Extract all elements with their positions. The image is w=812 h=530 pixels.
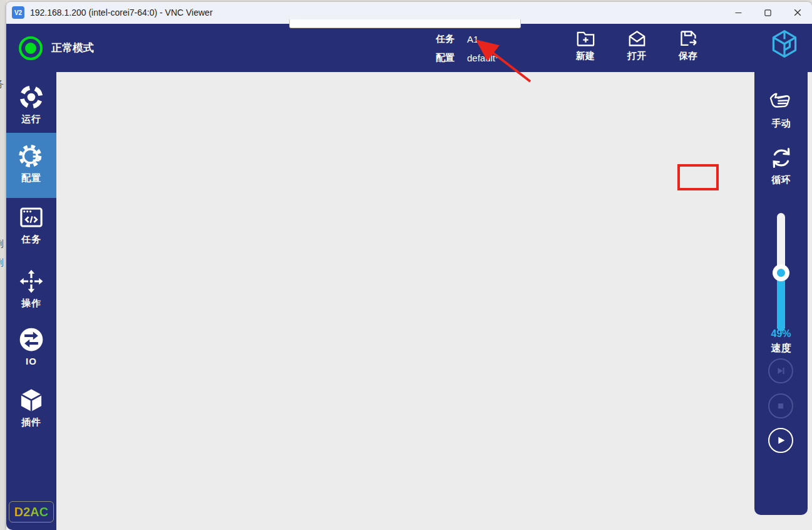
speed-slider-knob[interactable]: [773, 264, 789, 281]
window-controls: [724, 2, 812, 24]
sidebar-item-label: 配置: [21, 172, 41, 184]
transport-skip-button[interactable]: [768, 358, 793, 383]
sidebar-item-label: 插件: [21, 417, 41, 429]
mode-label: 正常模式: [51, 24, 94, 72]
cube-icon: [18, 387, 44, 413]
screen: 务例例 V2 192.168.1.200 (intel-corei7-64:0)…: [0, 0, 812, 530]
code-window-icon: [18, 204, 44, 231]
speed-percent: 49%: [754, 328, 808, 340]
header-open-button[interactable]: 打开: [615, 28, 659, 62]
background-window-text-fragment: 务: [0, 78, 4, 90]
speed-slider-fill: [777, 273, 785, 331]
header-new-button[interactable]: 新建: [563, 28, 607, 62]
header-button-label: 新建: [576, 50, 595, 62]
sidebar-item-label: 任务: [21, 234, 41, 246]
window-minimize-button[interactable]: [724, 2, 753, 24]
loop-label: 循环: [754, 174, 808, 186]
sidebar-item-operate[interactable]: 操作: [6, 268, 56, 309]
sidebar-item-config[interactable]: 配置: [6, 133, 56, 198]
vnc-window: V2 192.168.1.200 (intel-corei7-64:0) - V…: [6, 2, 812, 530]
sidebar-item-io[interactable]: IO: [6, 326, 56, 366]
header-save-button[interactable]: 保存: [666, 28, 710, 62]
task-value: A1: [467, 34, 478, 44]
sidebar-item-run[interactable]: 运行: [6, 84, 56, 125]
window-title: 192.168.1.200 (intel-corei7-64:0) - VNC …: [30, 2, 213, 24]
task-label: 任务: [436, 33, 460, 45]
gear-icon: [18, 143, 44, 169]
config-value: default*: [467, 53, 499, 63]
sidebar-item-label: 运行: [21, 113, 41, 125]
sidebar-item-task[interactable]: 任务: [6, 204, 56, 246]
sidebar-item-plugin[interactable]: 插件: [6, 387, 56, 429]
hand-icon[interactable]: [754, 89, 808, 114]
maximize-icon: [764, 8, 771, 19]
cycle-icon[interactable]: [754, 145, 808, 170]
header-button-label: 打开: [627, 50, 646, 62]
move-arrows-icon: [18, 268, 44, 294]
app-header: 正常模式 任务 A1 配置 default* 新建打开保存: [6, 24, 812, 72]
minimize-icon: [735, 8, 742, 19]
background-window-text-fragment: 例: [0, 257, 4, 269]
background-window-fragment: 务例例: [0, 0, 6, 530]
header-button-label: 保存: [679, 50, 697, 62]
open-file-icon: [627, 28, 647, 49]
speed-label: 速度: [754, 342, 808, 355]
run-target-icon: [18, 84, 44, 110]
sidebar-item-label: IO: [26, 356, 37, 366]
right-sidebar: 手动 循环 49% 速度: [754, 70, 808, 515]
transport-play-button[interactable]: [768, 428, 793, 453]
d2ac-badge[interactable]: D2AC: [9, 501, 54, 522]
close-icon: [794, 8, 801, 19]
io-swap-icon: [18, 326, 44, 353]
mode-indicator-icon: [19, 36, 43, 60]
left-sidebar: 运行配置任务操作IO插件 D2AC: [6, 70, 56, 530]
background-window-text-fragment: 例: [0, 238, 4, 250]
window-close-button[interactable]: [783, 2, 812, 24]
vnc-app-icon: V2: [12, 6, 24, 19]
new-file-icon: [575, 28, 596, 49]
header-actions: 新建打开保存: [563, 28, 710, 62]
sidebar-item-label: 操作: [21, 298, 41, 309]
vnc-toolbar-tab[interactable]: [289, 19, 521, 28]
manual-label: 手动: [754, 118, 808, 130]
window-maximize-button[interactable]: [753, 2, 783, 24]
config-label: 配置: [436, 52, 460, 64]
transport-stop-button[interactable]: [768, 393, 793, 418]
brand-logo-icon: [769, 29, 799, 59]
save-icon: [678, 28, 699, 49]
task-config-block: 任务 A1 配置 default*: [436, 29, 499, 67]
